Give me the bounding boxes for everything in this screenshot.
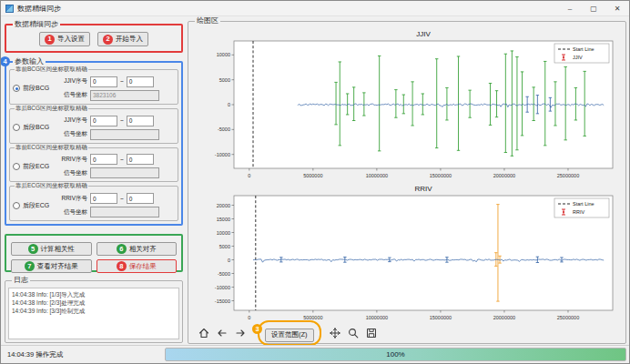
statusbar: 14:04:39 操作完成 100% [1, 345, 629, 363]
svg-text:0: 0 [228, 102, 230, 107]
log-output: 14:04:38 Info: [1/3]导入完成 14:04:38 Info: … [8, 288, 179, 339]
close-button[interactable]: ✕ [605, 1, 629, 15]
jjiv-chart[interactable]: JJIV050000001000000015000000200000002500… [192, 26, 622, 181]
coord-input[interactable] [90, 167, 159, 178]
svg-text:20000: 20000 [217, 202, 230, 207]
left-panel: 数据精细同步 1 导入设置 2 开始导入 4 参数输入 [1, 16, 186, 345]
seq-label: RRIV序号 [58, 156, 87, 164]
home-icon[interactable] [198, 328, 209, 339]
log-group: 日志 14:04:38 Info: [1/3]导入完成 14:04:38 Inf… [5, 280, 183, 343]
maximize-button[interactable]: ▢ [582, 1, 605, 15]
annotation-step-8: 8 [117, 261, 127, 271]
minimize-button[interactable]: – [558, 1, 582, 15]
seq-from-input[interactable] [90, 116, 117, 126]
svg-text:5000000: 5000000 [303, 315, 322, 320]
svg-text:RRIV: RRIV [573, 209, 584, 215]
seq-label: RRIV序号 [58, 195, 87, 203]
radio-front-bcg-label: 前段BCG [23, 84, 49, 93]
range-button-wrap: 3 设置范围(Z) [265, 324, 314, 342]
seq-to-input[interactable] [127, 154, 154, 165]
seq-to-input[interactable] [127, 116, 154, 126]
subgroup-title: 靠前BCG区间坐标获取精确 [15, 66, 88, 73]
svg-text:10000000: 10000000 [366, 315, 388, 320]
annotation-step-6: 6 [117, 244, 127, 254]
svg-text:20000000: 20000000 [493, 173, 515, 178]
zoom-icon[interactable] [348, 328, 360, 339]
annotation-step-1: 1 [45, 35, 55, 45]
svg-text:15000000: 15000000 [430, 315, 452, 320]
set-range-button[interactable]: 设置范围(Z) [265, 329, 314, 342]
start-import-label: 开始导入 [116, 35, 143, 44]
annotation-step-7: 7 [25, 261, 35, 271]
save-result-button[interactable]: 8 保存结果 [97, 259, 178, 273]
main-content: 数据精细同步 1 导入设置 2 开始导入 4 参数输入 [1, 16, 629, 345]
view-align-result-button[interactable]: 7 查看对齐结果 [11, 259, 92, 273]
seq-label: JJIV序号 [58, 116, 87, 125]
titlebar: 数据精细同步 – ▢ ✕ [1, 1, 629, 16]
radio-rear-ecg[interactable] [13, 202, 20, 209]
seq-from-input[interactable] [90, 154, 117, 165]
svg-text:20000000: 20000000 [493, 315, 515, 320]
save-icon[interactable] [366, 328, 378, 339]
correlation-align-button[interactable]: 6 相关对齐 [97, 242, 178, 256]
svg-text:5000: 5000 [219, 77, 230, 83]
seq-label: JJIV序号 [58, 77, 87, 86]
status-message: 14:04:39 操作完成 [7, 350, 63, 359]
annotation-step-3: 3 [252, 324, 262, 334]
subgroup-title: 靠前ECG区间坐标获取精确 [15, 144, 88, 151]
radio-front-bcg[interactable] [13, 85, 20, 92]
svg-text:JJIV: JJIV [573, 55, 583, 60]
tilde-separator: ~ [120, 157, 124, 163]
svg-text:15000000: 15000000 [430, 173, 452, 178]
subgroup-title: 靠后BCG区间坐标获取精确 [15, 105, 88, 112]
plot-toolbar: 3 设置范围(Z) [192, 323, 622, 341]
seq-from-input[interactable] [90, 193, 117, 204]
pan-icon[interactable] [330, 328, 341, 339]
seq-from-input[interactable] [90, 76, 117, 87]
coord-label: 信号坐标 [58, 208, 87, 217]
coord-input[interactable] [90, 207, 159, 217]
param-subgroup-front-bcg: 靠前BCG区间坐标获取精确 前段BCG JJIV序号 ~ 信号 [9, 69, 178, 105]
svg-text:0: 0 [228, 257, 230, 262]
svg-text:25000000: 25000000 [557, 315, 579, 320]
seq-to-input[interactable] [127, 76, 154, 87]
window-controls: – ▢ ✕ [558, 1, 629, 15]
radio-rear-bcg-label: 后段BCG [23, 123, 49, 132]
svg-text:Start Line: Start Line [573, 46, 594, 52]
window-title: 数据精细同步 [17, 4, 61, 14]
coord-input[interactable] [90, 90, 159, 101]
compute-correlation-label: 计算相关性 [41, 245, 76, 254]
annotation-step-4: 4 [0, 56, 10, 66]
back-icon[interactable] [216, 328, 228, 339]
svg-text:0: 0 [248, 173, 250, 178]
progress-label: 100% [386, 350, 404, 359]
tilde-separator: ~ [120, 78, 124, 85]
sync-group: 数据精细同步 1 导入设置 2 开始导入 [5, 24, 183, 53]
subgroup-title: 靠后ECG区间坐标获取精确 [15, 182, 88, 189]
svg-text:0: 0 [248, 315, 250, 320]
radio-front-ecg[interactable] [13, 163, 20, 170]
params-group: 4 参数输入 靠前BCG区间坐标获取精确 前段BCG JJIV序号 ~ [5, 61, 183, 226]
param-subgroup-rear-bcg: 靠后BCG区间坐标获取精确 后段BCG JJIV序号 ~ 信号 [9, 108, 178, 144]
tilde-separator: ~ [120, 196, 124, 202]
start-import-button[interactable]: 2 开始导入 [97, 32, 148, 46]
coord-label: 信号坐标 [58, 169, 87, 177]
save-result-label: 保存结果 [129, 262, 157, 271]
log-line: 14:04:38 Info: [2/3]处理完成 [12, 298, 176, 307]
app-window: 数据精细同步 – ▢ ✕ 数据精细同步 1 导入设置 2 开始导入 [0, 0, 630, 364]
svg-text:10000: 10000 [217, 52, 230, 57]
seq-to-input[interactable] [127, 193, 154, 204]
rriv-chart[interactable]: RRIV050000001000000015000000200000002500… [192, 181, 622, 323]
forward-icon[interactable] [234, 328, 246, 339]
radio-rear-bcg[interactable] [13, 124, 20, 131]
annotation-step-5: 5 [28, 244, 38, 254]
import-settings-button[interactable]: 1 导入设置 [39, 32, 90, 46]
import-settings-label: 导入设置 [57, 35, 85, 44]
svg-text:JJIV: JJIV [416, 30, 431, 38]
coord-input[interactable] [90, 129, 159, 140]
svg-text:-10000: -10000 [215, 284, 230, 289]
svg-text:Start Line: Start Line [573, 201, 594, 207]
radio-front-ecg-label: 前段ECG [23, 162, 49, 171]
tilde-separator: ~ [120, 117, 124, 124]
compute-correlation-button[interactable]: 5 计算相关性 [11, 242, 92, 256]
